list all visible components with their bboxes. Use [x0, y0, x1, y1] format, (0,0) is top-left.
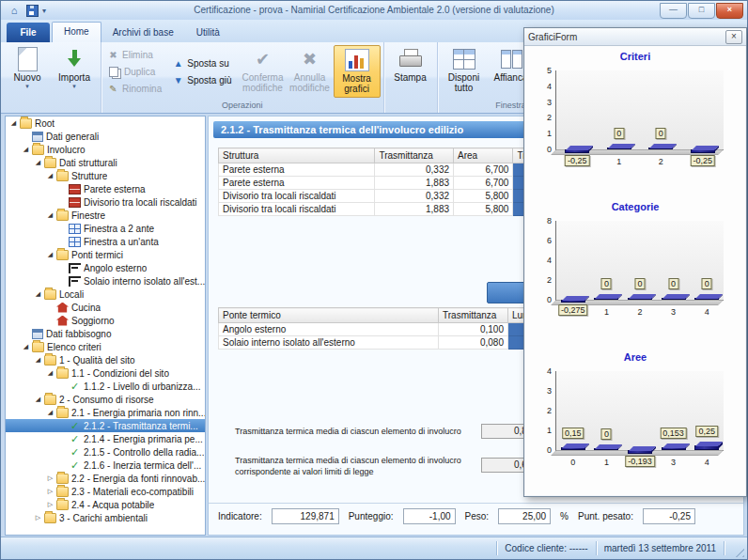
annulla-label: Annulla modifiche [287, 72, 334, 93]
group-label [1, 101, 101, 113]
peso-value[interactable]: 25,00 [498, 508, 551, 524]
duplica-button[interactable]: Duplica [104, 64, 164, 79]
stampa-button[interactable]: Stampa [387, 45, 434, 98]
tree-item[interactable]: ✓2.1.2 - Trasmittanza termi... [6, 419, 205, 432]
collapse-arrow-icon[interactable]: ◢ [21, 343, 31, 350]
grafici-form-close-button[interactable]: × [725, 30, 742, 44]
collapse-arrow-icon[interactable]: ◢ [21, 146, 31, 153]
tree-item-label: Strutture [71, 171, 107, 181]
rinomina-button[interactable]: ✎ Rinomina [104, 81, 164, 96]
column-header[interactable]: Ponte termico [219, 308, 439, 323]
grafici-form-title: GraficiForm [528, 32, 577, 42]
collapse-arrow-icon[interactable]: ◢ [45, 409, 55, 416]
maximize-button[interactable]: □ [688, 3, 715, 19]
tree-item[interactable]: ✓1.1.2 - Livello di urbanizza... [6, 380, 205, 393]
tree-item[interactable]: ◢2 - Consumo di risorse [6, 393, 205, 406]
grafici-form-titlebar[interactable]: GraficiForm × [524, 28, 746, 46]
tab-archivi-di-base[interactable]: Archivi di base [101, 23, 185, 42]
tree-item[interactable]: Dati generali [6, 130, 205, 143]
label-line1: Trasmittanza termica media di ciascun el… [235, 456, 461, 465]
tree-item-label: 2.2 - Energia da fonti rinnovab... [71, 474, 205, 484]
collapse-arrow-icon[interactable]: ◢ [33, 396, 43, 403]
disponi-tutto-button[interactable]: Disponi tutto [441, 45, 488, 98]
tree-item[interactable]: ▷2.3 - Materiali eco-compatibili [6, 485, 205, 498]
tree-item[interactable]: ◢Ponti termici [6, 248, 205, 261]
tree-item[interactable]: Finestra a un'anta [6, 235, 205, 248]
save-icon[interactable] [24, 4, 39, 17]
tab-file[interactable]: File [7, 23, 50, 42]
conferma-modifiche-button[interactable]: ✔ Conferma modifiche [240, 45, 287, 98]
tree-item[interactable]: ◢1 - Qualità del sito [6, 353, 205, 366]
expand-arrow-icon[interactable]: ▷ [45, 474, 55, 482]
tree-item[interactable]: ▷2.2 - Energia da fonti rinnovab... [6, 472, 205, 485]
expand-arrow-icon[interactable]: ▷ [45, 501, 55, 508]
tree-item[interactable]: Solaio interno isolato all'est... [6, 274, 205, 288]
dropdown-arrow-icon: ▾ [25, 83, 29, 89]
tree-item[interactable]: Finestra a 2 ante [6, 222, 205, 235]
tree-item[interactable]: ◢Finestre [6, 209, 205, 222]
tree-item[interactable]: ◢Locali [6, 288, 205, 301]
tree-item[interactable]: Cucina [6, 301, 205, 314]
expand-arrow-icon[interactable]: ▷ [33, 514, 43, 521]
annulla-modifiche-button[interactable]: ✖ Annulla modifiche [287, 45, 334, 98]
tree-item[interactable]: ▷3 - Carichi ambientali [6, 511, 205, 524]
mostra-grafici-button[interactable]: Mostra grafici [334, 45, 381, 98]
tree-item[interactable]: Dati fabbisogno [6, 327, 205, 340]
chart-bar [694, 445, 719, 450]
tab-home[interactable]: Home [52, 22, 101, 42]
collapse-arrow-icon[interactable]: ◢ [33, 290, 43, 298]
tree-item[interactable]: ◢1.1 - Condizioni del sito [6, 366, 205, 380]
tree-item[interactable]: Divisorio tra locali riscaldati [6, 195, 205, 209]
column-header[interactable]: Area [454, 148, 513, 163]
chart-bar [662, 447, 686, 450]
sposta-su-button[interactable]: ▲ Sposta su [169, 55, 234, 70]
table-cell: 1,883 [375, 203, 454, 216]
expand-arrow-icon[interactable]: ▷ [45, 488, 55, 495]
tree-item[interactable]: ▷2.4 - Acqua potabile [6, 498, 205, 511]
value-label: 0 [614, 128, 624, 139]
tree-item[interactable]: ◢Involucro [6, 143, 205, 156]
tree-item-label: Involucro [47, 145, 86, 155]
tab-utilita[interactable]: Utilità [185, 23, 231, 42]
column-header[interactable]: Trasmittanza [375, 148, 454, 163]
resize-grip[interactable] [732, 545, 744, 557]
collapse-arrow-icon[interactable]: ◢ [45, 369, 55, 377]
nuovo-button[interactable]: Nuovo ▾ [4, 45, 51, 98]
tree-item[interactable]: Soggiorno [6, 314, 205, 327]
tree-item-label: Soggiorno [71, 316, 115, 326]
collapse-arrow-icon[interactable]: ◢ [8, 119, 19, 127]
tree-item-label: Finestre [71, 210, 105, 221]
collapse-arrow-icon[interactable]: ◢ [45, 251, 55, 258]
folder-icon [56, 474, 69, 484]
sposta-giu-button[interactable]: ▼ Sposta giù [169, 72, 234, 87]
tree-item[interactable]: ✓2.1.5 - Controllo della radia... [6, 445, 205, 459]
tree-item[interactable]: ◢Dati strutturali [6, 156, 205, 169]
tree-item[interactable]: ◢2.1 - Energia primaria non rinn... [6, 406, 205, 419]
tree-panel[interactable]: ◢RootDati generali◢Involucro◢Dati strutt… [5, 116, 206, 536]
title-bar[interactable]: ⌂ ▾ Certificazione - prova - Namirial Ce… [1, 1, 747, 20]
importa-button[interactable]: Importa ▾ [51, 45, 98, 98]
tree-item[interactable]: Angolo esterno [6, 261, 205, 274]
column-header[interactable]: Struttura [219, 148, 375, 163]
tree-item[interactable]: ✓2.1.4 - Energia primaria pe... [6, 432, 205, 445]
tree-item[interactable]: ◢Root [6, 117, 205, 130]
home-icon[interactable]: ⌂ [7, 4, 22, 17]
collapse-arrow-icon[interactable]: ◢ [45, 172, 55, 179]
y-tick-label: 4 [533, 256, 552, 265]
tree-item[interactable]: ◢Elenco criteri [6, 340, 205, 353]
close-button[interactable]: × [716, 3, 743, 19]
collapse-arrow-icon[interactable]: ◢ [33, 356, 43, 364]
qat-dropdown-icon[interactable]: ▾ [42, 7, 46, 15]
elimina-button[interactable]: ✖ Elimina [104, 47, 164, 62]
tree-item[interactable]: ✓2.1.6 - Inerzia termica dell'... [6, 459, 205, 472]
collapse-arrow-icon[interactable]: ◢ [33, 159, 43, 166]
x-tick-label: 4 [705, 458, 709, 467]
bridge-icon [69, 263, 81, 273]
folder-icon [56, 250, 69, 260]
tree-item[interactable]: ◢Strutture [6, 169, 205, 182]
column-header[interactable]: Trasmittanza [439, 308, 508, 323]
minimize-button[interactable]: — [660, 3, 687, 19]
tree-item[interactable]: Parete esterna [6, 182, 205, 195]
value-label: 0 [668, 278, 678, 289]
collapse-arrow-icon[interactable]: ◢ [45, 211, 55, 219]
